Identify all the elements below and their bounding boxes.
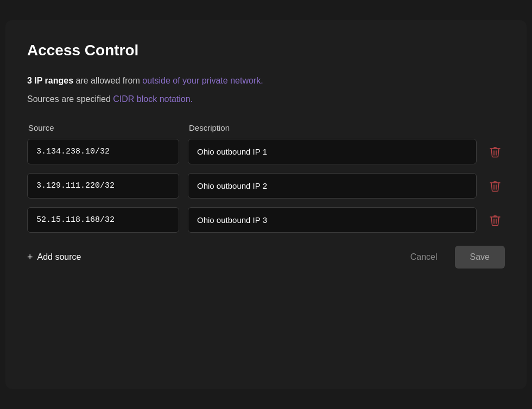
delete-row-1-button[interactable]: [485, 142, 505, 162]
delete-row-3-button[interactable]: [485, 210, 505, 230]
access-control-modal: Access Control 3 IP ranges are allowed f…: [5, 20, 527, 389]
table-row: [27, 139, 505, 164]
cidr-link[interactable]: CIDR block notation.: [113, 94, 193, 104]
description-text-1: are allowed from: [76, 76, 143, 85]
table-row: [27, 207, 505, 233]
source-input-1[interactable]: [27, 139, 179, 164]
description-text-2: Sources are specified: [27, 94, 113, 104]
ip-rows-container: [27, 139, 505, 233]
modal-title: Access Control: [27, 42, 505, 59]
private-network-link[interactable]: outside of your private network.: [142, 76, 263, 85]
description-input-1[interactable]: [188, 139, 477, 164]
source-column-header: Source: [28, 123, 180, 132]
description-block: 3 IP ranges are allowed from outside of …: [27, 74, 505, 106]
description-input-3[interactable]: [188, 207, 477, 233]
table-header: Source Description: [27, 123, 505, 132]
trash-icon: [490, 214, 501, 226]
ip-count-bold: 3 IP ranges: [27, 76, 73, 85]
trash-icon: [490, 146, 501, 158]
description-line-2: Sources are specified CIDR block notatio…: [27, 93, 505, 106]
save-button[interactable]: Save: [455, 246, 505, 269]
description-input-2[interactable]: [188, 173, 477, 199]
description-line-1: 3 IP ranges are allowed from outside of …: [27, 74, 505, 87]
plus-icon: +: [27, 252, 33, 262]
trash-icon: [490, 180, 501, 192]
source-input-2[interactable]: [27, 173, 179, 199]
table-row: [27, 173, 505, 199]
cancel-button[interactable]: Cancel: [400, 246, 448, 269]
description-column-header: Description: [189, 123, 230, 132]
source-input-3[interactable]: [27, 207, 179, 233]
modal-footer: + Add source Cancel Save: [27, 246, 505, 269]
delete-row-2-button[interactable]: [485, 176, 505, 196]
footer-actions: Cancel Save: [400, 246, 505, 269]
add-source-label: Add source: [37, 252, 81, 262]
add-source-button[interactable]: + Add source: [27, 248, 81, 266]
